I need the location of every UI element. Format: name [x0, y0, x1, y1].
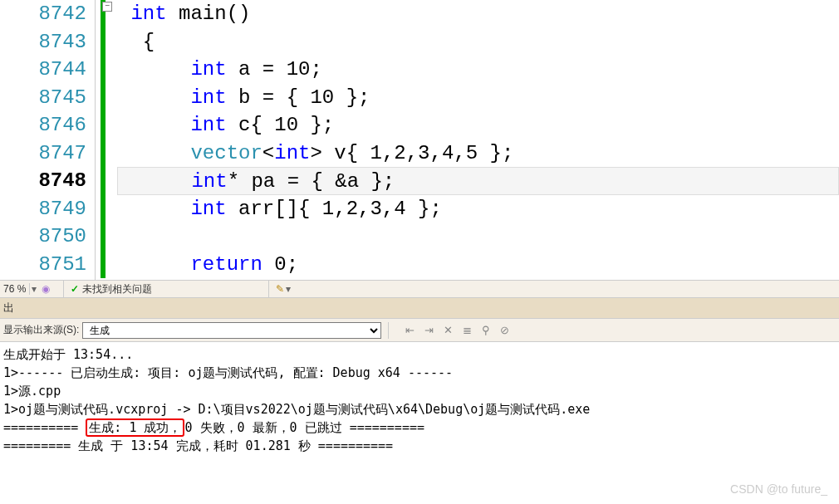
- output-content[interactable]: 生成开始于 13:54... 1>------ 已启动生成: 项目: oj题与测…: [0, 342, 839, 483]
- line-number: 8751: [0, 251, 86, 279]
- output-toolbar-icons: ⇤ ⇥ ✕ ≣ ⚲ ⊘: [405, 324, 509, 336]
- line-number: 8750: [0, 223, 86, 251]
- output-line: ========= 生成 于 13:54 完成，耗时 01.281 秒 ====…: [3, 437, 836, 455]
- line-number-gutter: 8742 8743 8744 8745 8746 8747 8748 8749 …: [0, 0, 96, 280]
- clear-icon[interactable]: ✕: [444, 324, 453, 336]
- editor-margin: −: [96, 0, 112, 280]
- change-indicator: [101, 0, 105, 278]
- code-line[interactable]: int b = { 10 };: [119, 84, 839, 112]
- code-line[interactable]: int main(): [119, 0, 839, 28]
- output-panel-header: 出: [0, 298, 839, 319]
- check-icon: ✓: [71, 283, 79, 295]
- output-line: ========== 生成: 1 成功，0 失败，0 最新，0 已跳过 ====…: [3, 418, 836, 437]
- filter-icon[interactable]: ⚲: [482, 324, 490, 336]
- output-line: 生成开始于 13:54...: [3, 345, 836, 364]
- output-line: 1>源.cpp: [3, 382, 836, 400]
- output-panel-title: 出: [3, 301, 14, 316]
- code-line[interactable]: [119, 223, 839, 251]
- wrap-icon[interactable]: ≣: [463, 324, 472, 336]
- code-content[interactable]: int main() { int a = 10; int b = { 10 };…: [112, 0, 839, 280]
- line-number: 8743: [0, 28, 86, 56]
- code-line[interactable]: return 0;: [119, 251, 839, 279]
- code-editor[interactable]: 8742 8743 8744 8745 8746 8747 8748 8749 …: [0, 0, 839, 280]
- status-bar: 76 % ▾ ◉ ✓ 未找到相关问题 ✎ ▾: [0, 280, 839, 298]
- code-line[interactable]: vector<int> v{ 1,2,3,4,5 };: [119, 139, 839, 168]
- line-number: 8742: [0, 0, 86, 28]
- fold-toggle-icon[interactable]: −: [102, 2, 112, 12]
- zoom-dropdown-icon[interactable]: ▾: [30, 283, 38, 295]
- output-line: 1>oj题与测试代码.vcxproj -> D:\项目vs2022\oj题与测试…: [3, 400, 836, 418]
- code-line-current[interactable]: int* pa = { &a };: [117, 167, 839, 195]
- lightbulb-icon[interactable]: ◉: [42, 283, 53, 295]
- line-number: 8744: [0, 56, 86, 84]
- stop-icon[interactable]: ⊘: [500, 324, 509, 336]
- line-number-current: 8748: [0, 167, 86, 195]
- goto-prev-icon[interactable]: ⇤: [405, 324, 415, 336]
- code-line[interactable]: int c{ 10 };: [119, 111, 839, 139]
- separator: [388, 322, 389, 339]
- wand-dropdown-icon[interactable]: ▾: [284, 283, 292, 295]
- watermark: CSDN @to future_: [730, 482, 827, 496]
- line-number: 8747: [0, 139, 86, 168]
- wand-icon[interactable]: ✎: [276, 283, 284, 295]
- line-number: 8745: [0, 84, 86, 112]
- output-toolbar: 显示输出来源(S): 生成 ⇤ ⇥ ✕ ≣ ⚲ ⊘: [0, 319, 839, 342]
- output-line: 1>------ 已启动生成: 项目: oj题与测试代码, 配置: Debug …: [3, 364, 836, 382]
- zoom-percent[interactable]: 76 %: [0, 283, 30, 295]
- code-line[interactable]: int a = 10;: [119, 56, 839, 84]
- line-number: 8749: [0, 195, 86, 223]
- line-number: 8746: [0, 111, 86, 139]
- separator: [63, 281, 64, 297]
- output-source-label: 显示输出来源(S):: [3, 323, 79, 337]
- goto-next-icon[interactable]: ⇥: [424, 324, 434, 336]
- code-line[interactable]: {: [119, 28, 839, 56]
- separator: [268, 281, 269, 297]
- no-issues-label: 未找到相关问题: [82, 282, 152, 296]
- output-source-select[interactable]: 生成: [82, 322, 381, 339]
- build-success-highlight: 生成: 1 成功，: [86, 418, 184, 437]
- code-line[interactable]: int arr[]{ 1,2,3,4 };: [119, 195, 839, 223]
